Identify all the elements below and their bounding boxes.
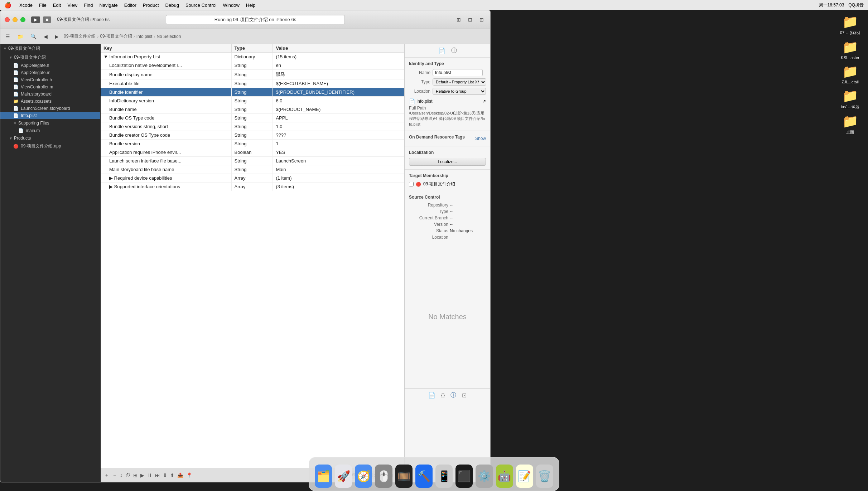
breadcrumb-root[interactable]: 09-项目文件介绍 <box>64 33 96 39</box>
menu-product[interactable]: Product <box>143 3 159 8</box>
sidebar-item-infoplist[interactable]: 📄 Info.plist <box>0 112 100 119</box>
menu-edit[interactable]: Edit <box>53 3 61 8</box>
table-row[interactable]: Bundle OS Type code String APPL <box>101 114 404 122</box>
sidebar-item-main-m[interactable]: 📄 main.m <box>0 127 100 134</box>
table-row[interactable]: Launch screen interface file base... Str… <box>101 157 404 165</box>
sidebar-group-supporting[interactable]: ▼ Supporting Files <box>0 119 100 127</box>
history-button[interactable]: ⏱ <box>125 472 130 478</box>
table-row[interactable]: ▶ Required device capabilities Array (1 … <box>101 174 404 183</box>
sidebar-group-main-header[interactable]: ▼ 09-项目文件介绍 <box>0 53 100 62</box>
back-btn[interactable]: ◀ <box>42 32 50 41</box>
add-row-button[interactable]: ＋ <box>104 472 109 478</box>
dock-finder[interactable]: 🗂️ <box>315 465 332 488</box>
stop-button[interactable]: ■ <box>43 16 51 23</box>
dock-xcode[interactable]: 🔨 <box>415 465 433 488</box>
step-out-btn[interactable]: ⬆ <box>170 472 174 478</box>
dock-mouse[interactable]: 🖱️ <box>375 465 392 488</box>
dock-android[interactable]: 🤖 <box>496 465 513 488</box>
code-btn[interactable]: {} <box>441 392 445 399</box>
sidebar-item-assets[interactable]: 📁 Assets.xcassets <box>0 98 100 105</box>
step-btn[interactable]: ⏭ <box>155 472 160 478</box>
table-row[interactable]: Main storyboard file base name String Ma… <box>101 165 404 174</box>
dock-sysprefs[interactable]: ⚙️ <box>476 465 493 488</box>
sidebar-item-main-storyboard[interactable]: 📄 Main.storyboard <box>0 91 100 98</box>
sidebar-item-appdelegate-m[interactable]: 📄 AppDelegate.m <box>0 69 100 76</box>
table-row[interactable]: Bundle version String 1 <box>101 140 404 148</box>
location-btn[interactable]: 📍 <box>186 472 192 478</box>
sort-button[interactable]: ↕ <box>120 472 122 478</box>
menu-find[interactable]: Find <box>84 3 93 8</box>
table-row[interactable]: Bundle versions string, short String 1.0 <box>101 122 404 131</box>
table-row[interactable]: ▼ Information Property List Dictionary (… <box>101 53 404 61</box>
table-row[interactable]: Bundle creator OS Type code String ???? <box>101 131 404 140</box>
build-settings-btn[interactable]: ⊡ <box>462 392 467 399</box>
dock-launchpad[interactable]: 🚀 <box>335 465 352 488</box>
share-btn[interactable]: 📤 <box>177 472 183 478</box>
sidebar-root-header[interactable]: ▼ 09-项目文件介绍 <box>0 44 100 53</box>
table-row[interactable]: Application requires iPhone envir... Boo… <box>101 148 404 157</box>
dock-safari[interactable]: 🧭 <box>355 465 372 488</box>
sidebar-group-products-header[interactable]: ▼ Products <box>0 134 100 142</box>
desktop-folder-2[interactable]: 📁 KSI...aster <box>834 38 867 61</box>
table-row[interactable]: Bundle display name String 黑马 <box>101 70 404 79</box>
table-row[interactable]: Bundle identifier String $(PRODUCT_BUNDL… <box>101 88 404 97</box>
close-button[interactable] <box>5 17 10 22</box>
name-input[interactable] <box>433 69 483 76</box>
search-btn[interactable]: 🔍 <box>28 32 39 41</box>
run-button[interactable]: ▶ <box>31 16 40 23</box>
breadcrumb-file[interactable]: Info.plist <box>136 34 153 39</box>
menu-view[interactable]: View <box>67 3 77 8</box>
desktop-folder-1[interactable]: 📁 07-…(优化) <box>834 13 867 37</box>
target-checkbox[interactable] <box>409 182 414 186</box>
minimize-button[interactable] <box>13 17 18 22</box>
sidebar-item-appdelegate-h[interactable]: 📄 AppDelegate.h <box>0 62 100 69</box>
play-btn[interactable]: ▶ <box>140 472 144 478</box>
type-select[interactable]: Default - Property List XML <box>433 78 486 86</box>
sidebar-item-app[interactable]: 🔴 09-项目文件介绍.app <box>0 142 100 150</box>
location-select[interactable]: Relative to Group <box>433 88 486 95</box>
menu-window[interactable]: Window <box>223 3 240 8</box>
localize-button[interactable]: Localize... <box>409 158 486 166</box>
dock-terminal[interactable]: ⬛ <box>455 465 473 488</box>
info-btn[interactable]: ⓘ <box>450 392 456 399</box>
project-navigator-btn[interactable]: 📁 <box>15 32 25 41</box>
inspector-toggle[interactable]: ⊡ <box>477 15 486 24</box>
desktop-folder-4[interactable]: 📁 ios1...试题 <box>834 87 867 111</box>
sidebar-icon-btn[interactable]: ☰ <box>3 32 12 41</box>
new-file-btn[interactable]: 📄 <box>428 392 435 399</box>
desktop-folder-desktop[interactable]: 📁 桌面 <box>834 112 867 136</box>
layout-btn[interactable]: ⊟ <box>466 15 474 24</box>
table-row[interactable]: Executable file String $(EXECUTABLE_NAME… <box>101 79 404 88</box>
desktop-folder-3[interactable]: 📁 ZJL...etail <box>834 63 867 86</box>
pause-btn[interactable]: ⏸ <box>147 472 152 478</box>
remove-row-button[interactable]: － <box>112 472 117 478</box>
maximize-button[interactable] <box>20 17 25 22</box>
show-link[interactable]: Show <box>475 136 486 141</box>
dock-trash[interactable]: 🗑️ <box>536 465 553 488</box>
sidebar-item-launchscreen[interactable]: 📄 LaunchScreen.storyboard <box>0 105 100 112</box>
menu-source-control[interactable]: Source Control <box>185 3 217 8</box>
table-row[interactable]: InfoDictionary version String 6.0 <box>101 97 404 105</box>
menu-file[interactable]: File <box>39 3 47 8</box>
file-inspector-btn[interactable]: 📄 <box>438 47 445 54</box>
menu-editor[interactable]: Editor <box>124 3 136 8</box>
quick-help-btn[interactable]: ⓘ <box>451 47 457 54</box>
menu-help[interactable]: Help <box>246 3 256 8</box>
dock-iphone[interactable]: 📱 <box>435 465 453 488</box>
layout-toggle[interactable]: ⊞ <box>133 472 138 478</box>
table-row[interactable]: Localization native development r... Str… <box>101 61 404 70</box>
sidebar-item-viewcontroller-h[interactable]: 📄 ViewController.h <box>0 76 100 83</box>
dock-film[interactable]: 🎞️ <box>395 465 413 488</box>
menu-xcode[interactable]: Xcode <box>19 3 33 8</box>
dock-stickies[interactable]: 📝 <box>516 465 533 488</box>
sidebar-item-viewcontroller-m[interactable]: 📄 ViewController.m <box>0 83 100 91</box>
sidebar-toggle[interactable]: ⊞ <box>454 15 463 24</box>
reveal-in-finder-btn[interactable]: ↗ <box>482 99 486 104</box>
apple-menu[interactable]: 🍎 <box>4 2 11 9</box>
table-row[interactable]: Bundle name String $(PRODUCT_NAME) <box>101 105 404 114</box>
menu-debug[interactable]: Debug <box>165 3 179 8</box>
forward-btn[interactable]: ▶ <box>53 32 61 41</box>
breadcrumb-project[interactable]: 09-项目文件介绍 <box>100 33 132 39</box>
table-row[interactable]: ▶ Supported interface orientations Array… <box>101 183 404 191</box>
menu-navigate[interactable]: Navigate <box>99 3 117 8</box>
